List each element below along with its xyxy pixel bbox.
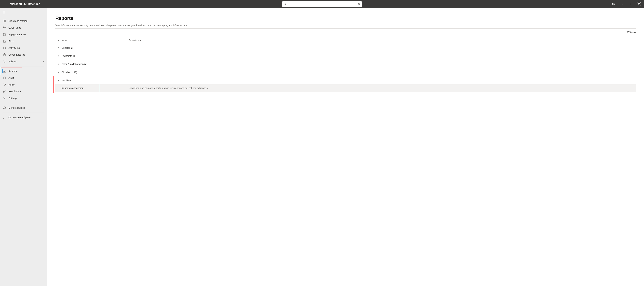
sidebar-item-more-resources[interactable]: More resources <box>0 104 47 111</box>
left-nav: Cloud app catalog OAuth apps <box>0 8 47 286</box>
svg-point-31 <box>3 48 4 49</box>
group-label: Cloud Apps (1) <box>62 71 129 74</box>
sidebar-item-oauth-apps[interactable]: OAuth apps <box>0 24 47 31</box>
group-row-endpoints[interactable]: Endpoints (8) <box>55 52 636 60</box>
file-icon <box>3 40 6 43</box>
clipboard-icon <box>3 33 6 36</box>
sidebar-item-app-governance[interactable]: App governance <box>0 31 47 38</box>
svg-rect-8 <box>6 5 6 5</box>
svg-line-27 <box>4 27 5 28</box>
report-description: Download one or more reports, assign rec… <box>129 87 636 89</box>
sidebar-item-cloud-app-catalog[interactable]: Cloud app catalog <box>0 18 47 24</box>
group-row-cloud-apps[interactable]: Cloud Apps (1) <box>55 68 636 76</box>
svg-rect-3 <box>4 4 4 4</box>
sidebar-item-label: Files <box>8 40 45 43</box>
item-count: 17 items <box>55 31 636 34</box>
sidebar-item-activity-log[interactable]: Activity log <box>0 45 47 51</box>
svg-point-44 <box>4 91 4 93</box>
group-label: General (2) <box>62 47 129 49</box>
clipboard-icon <box>3 53 6 56</box>
group-expand-toggle[interactable] <box>55 71 62 73</box>
page-title: Reports <box>55 16 636 21</box>
sidebar-item-customize-navigation[interactable]: Customize navigation <box>0 114 47 121</box>
sidebar-item-label: Reports <box>8 70 45 73</box>
svg-rect-4 <box>5 4 5 4</box>
group-row-general[interactable]: General (2) <box>55 44 636 52</box>
expand-all-toggle[interactable] <box>55 39 62 41</box>
group-row-email-collaboration[interactable]: Email & collaboration (4) <box>55 60 636 68</box>
svg-point-24 <box>3 27 4 28</box>
sidebar-item-settings[interactable]: Settings <box>0 95 47 102</box>
gear-icon <box>3 96 6 100</box>
community-icon <box>612 3 615 6</box>
sidebar-item-label: Governance log <box>8 53 45 56</box>
help-icon <box>629 3 632 6</box>
clear-search-icon[interactable] <box>358 3 360 5</box>
sidebar-item-label: Activity log <box>8 47 45 49</box>
svg-point-48 <box>4 107 4 107</box>
group-row-identities[interactable]: Identities (1) <box>55 76 636 84</box>
chevron-right-icon <box>58 47 60 49</box>
nav-section-upper: Cloud app catalog OAuth apps <box>0 16 47 65</box>
svg-point-32 <box>5 48 6 49</box>
svg-point-45 <box>4 98 5 99</box>
column-header-description[interactable]: Description <box>129 39 636 42</box>
page-description: View information about security trends a… <box>55 24 636 27</box>
clipboard-icon <box>3 76 6 80</box>
svg-point-14 <box>614 3 615 4</box>
sidebar-item-label: Policies <box>8 60 42 63</box>
nav-collapse-button[interactable] <box>0 10 8 16</box>
svg-point-16 <box>630 5 631 5</box>
report-name: Reports management <box>62 87 129 89</box>
svg-point-41 <box>4 62 5 63</box>
sidebar-item-reports[interactable]: Reports <box>0 68 47 75</box>
settings-button[interactable] <box>618 0 626 8</box>
grid-app-icon <box>3 19 6 23</box>
group-expand-toggle[interactable] <box>55 47 62 49</box>
main-content: Reports View information about security … <box>47 8 644 286</box>
sidebar-item-label: Cloud app catalog <box>8 20 45 22</box>
search-icon <box>284 3 286 6</box>
header-actions: TA <box>610 0 643 8</box>
svg-rect-20 <box>3 20 4 21</box>
chevron-down-icon <box>42 60 45 63</box>
svg-point-39 <box>4 61 4 61</box>
sidebar-item-policies[interactable]: Policies <box>0 58 47 65</box>
sidebar-item-audit[interactable]: Audit <box>0 75 47 81</box>
sidebar-item-files[interactable]: Files <box>0 38 47 45</box>
svg-rect-7 <box>5 5 5 5</box>
account-button[interactable]: TA <box>635 0 643 8</box>
heart-icon <box>3 83 6 86</box>
key-icon <box>3 90 6 93</box>
group-expand-toggle[interactable] <box>55 55 62 57</box>
svg-point-15 <box>622 4 622 5</box>
sidebar-item-health[interactable]: Health <box>0 81 47 88</box>
svg-line-10 <box>286 5 286 5</box>
chevron-right-icon <box>58 63 60 65</box>
column-header-name[interactable]: Name <box>62 39 129 42</box>
search-input[interactable] <box>288 3 356 6</box>
chevron-right-icon <box>58 71 60 73</box>
app-launcher-button[interactable] <box>1 0 9 8</box>
svg-point-13 <box>612 3 614 4</box>
svg-line-28 <box>4 28 5 28</box>
group-collapse-toggle[interactable] <box>55 79 62 81</box>
sidebar-item-label: Settings <box>8 97 45 100</box>
hamburger-icon <box>3 12 6 14</box>
avatar: TA <box>636 2 641 7</box>
sidebar-item-permissions[interactable]: Permissions <box>0 88 47 95</box>
group-label: Endpoints (8) <box>62 55 129 57</box>
sidebar-item-label: App governance <box>8 33 45 36</box>
report-row-reports-management[interactable]: Reports management Download one or more … <box>55 84 636 92</box>
group-expand-toggle[interactable] <box>55 63 62 65</box>
community-button[interactable] <box>610 0 618 8</box>
sidebar-item-label: Permissions <box>8 90 45 93</box>
product-title: Microsoft 365 Defender <box>10 3 40 6</box>
sidebar-item-governance-log[interactable]: Governance log <box>0 51 47 58</box>
svg-point-26 <box>5 27 6 28</box>
search-box[interactable] <box>282 1 362 7</box>
oauth-icon <box>3 26 6 29</box>
sidebar-item-reports-wrapper: Reports <box>0 68 47 75</box>
svg-rect-21 <box>4 20 6 21</box>
help-button[interactable] <box>626 0 634 8</box>
